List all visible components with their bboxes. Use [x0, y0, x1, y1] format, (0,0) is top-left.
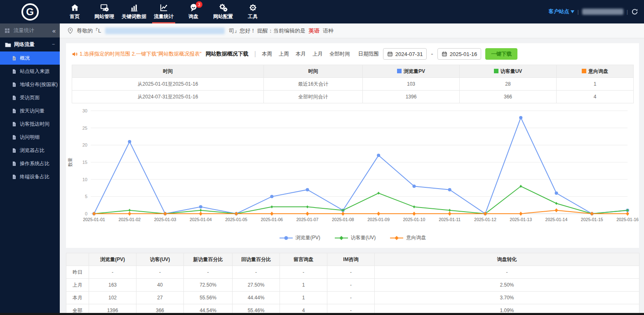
sidebar-item-终端设备占比[interactable]: 终端设备占比: [0, 170, 60, 183]
nav-item-label: 询盘: [188, 13, 198, 20]
collapse-sidebar-icon[interactable]: «: [52, 27, 56, 34]
data-point[interactable]: [377, 154, 380, 157]
x-tick-label: 2025-01-01: [83, 217, 105, 222]
data-point[interactable]: [163, 212, 167, 216]
data-point[interactable]: [519, 212, 522, 216]
data-point[interactable]: [519, 116, 522, 119]
data-point[interactable]: [413, 205, 415, 208]
detail-col-header: 浏览量(PV): [89, 253, 136, 266]
date-from-input[interactable]: 2024-07-31: [383, 48, 427, 60]
data-point[interactable]: [200, 209, 202, 212]
data-point[interactable]: [306, 205, 309, 208]
nav-item-工具[interactable]: 工具: [238, 0, 268, 23]
inquiry-badge: 3: [196, 1, 202, 8]
quick-link-全部时间[interactable]: 全部时间: [329, 51, 350, 58]
data-point[interactable]: [412, 212, 416, 216]
separator: |: [578, 9, 579, 15]
data-point[interactable]: [626, 212, 629, 216]
data-point[interactable]: [484, 212, 487, 216]
data-point[interactable]: [555, 191, 558, 195]
legend-item-访客量(UV)[interactable]: 访客量(UV): [334, 234, 376, 241]
date-from-value: 2024-07-31: [395, 51, 423, 57]
current-language: 英语: [309, 27, 320, 35]
nav-item-流量统计[interactable]: 流量统计: [149, 0, 179, 23]
data-point[interactable]: [128, 212, 131, 216]
nav-item-label: 网站管理: [94, 13, 114, 20]
sidebar-item-label: 访问明细: [20, 134, 40, 141]
nav-item-关键词数据[interactable]: 关键词数据: [119, 0, 149, 23]
data-point[interactable]: [92, 212, 96, 216]
quick-link-本月[interactable]: 本月: [296, 51, 306, 58]
sidebar-item-按天访问量[interactable]: 按天访问量: [0, 104, 60, 117]
sidebar-item-访问明细[interactable]: 访问明细: [0, 131, 60, 144]
sidebar-item-label: 终端设备占比: [20, 173, 49, 180]
legend-item-浏览量(PV)[interactable]: 浏览量(PV): [279, 234, 320, 241]
detail-row-header: 上月: [66, 279, 89, 292]
data-point[interactable]: [412, 184, 416, 188]
site-manage-icon: [100, 3, 109, 12]
data-point[interactable]: [199, 212, 202, 216]
data-point[interactable]: [448, 188, 451, 191]
data-point[interactable]: [449, 209, 451, 212]
data-point[interactable]: [377, 191, 380, 194]
sidebar-item-label: 受访页面: [20, 94, 40, 101]
detail-cell: -: [327, 279, 375, 292]
quick-link-上周[interactable]: 上周: [279, 51, 289, 58]
detail-col-header: 新访量百分比: [184, 253, 233, 266]
data-point[interactable]: [555, 202, 558, 205]
data-point[interactable]: [306, 188, 309, 191]
detail-table: 浏览量(PV)访客(UV)新访量百分比回访量百分比留言询盘IM咨询询盘转化昨日-…: [66, 253, 639, 315]
summary-table-row: 从2025-01-01至2025-01-16最近16天合计103281: [72, 78, 634, 91]
nav-item-网站管理[interactable]: 网站管理: [89, 0, 119, 23]
main-menu: 首页网站管理关键词数据流量统计询盘3网站配置工具: [60, 0, 268, 23]
detail-col-header: 留言询盘: [280, 253, 327, 266]
data-point[interactable]: [448, 212, 451, 216]
x-tick-label: 2025-01-03: [154, 217, 176, 222]
data-point[interactable]: [128, 140, 131, 143]
data-point[interactable]: [306, 212, 309, 216]
data-point[interactable]: [128, 209, 131, 212]
refresh-icon[interactable]: [631, 8, 638, 15]
data-point[interactable]: [235, 212, 238, 216]
sidebar-group-network-traffic[interactable]: 网络流量 −: [0, 37, 60, 51]
sidebar-item-受访页面[interactable]: 受访页面: [0, 91, 60, 104]
company-name-redacted: [105, 28, 225, 34]
sidebar-item-访客抵达时间[interactable]: 访客抵达时间: [0, 117, 60, 131]
folder-icon: [5, 42, 11, 47]
data-point[interactable]: [555, 208, 558, 212]
nav-item-首页[interactable]: 首页: [60, 0, 89, 23]
legend-item-意向询盘[interactable]: 意向询盘: [390, 234, 426, 241]
sidebar-item-操作系统占比[interactable]: 操作系统占比: [0, 157, 60, 170]
date-to-input[interactable]: 2025-01-16: [437, 48, 482, 60]
customer-site-dropdown[interactable]: 客户站点: [549, 8, 574, 15]
data-point[interactable]: [270, 195, 273, 198]
one-click-download-button[interactable]: 一键下载: [485, 48, 517, 60]
sidebar-item-label: 操作系统占比: [20, 160, 49, 167]
sidebar-item-地域分布(按国家)[interactable]: 地域分布(按国家): [0, 78, 60, 91]
sidebar-item-浏览器占比[interactable]: 浏览器占比: [0, 144, 60, 157]
data-point[interactable]: [590, 212, 594, 216]
data-point[interactable]: [270, 205, 273, 208]
bottom-edge-bar: [0, 313, 644, 315]
sidebar-item-站点链入来源[interactable]: 站点链入来源: [0, 65, 60, 78]
quick-link-本周[interactable]: 本周: [262, 51, 272, 58]
summary-cell: 103: [363, 78, 460, 91]
data-point[interactable]: [270, 212, 273, 216]
sidebar-item-概况[interactable]: 概况: [0, 51, 60, 65]
account-name-redacted: [582, 9, 623, 15]
app-logo[interactable]: G: [0, 3, 60, 21]
nav-item-询盘[interactable]: 询盘3: [179, 0, 208, 23]
nav-item-label: 工具: [248, 13, 258, 20]
greeting-bar: 尊敬的『L司』您好！ 提醒：当前编辑的是 英语 语种: [60, 23, 644, 38]
legend-label: 浏览量(PV): [296, 234, 320, 241]
data-point[interactable]: [341, 212, 345, 216]
legend-label: 访客量(UV): [351, 234, 376, 241]
detail-col-header: 访客(UV): [136, 253, 184, 266]
data-point[interactable]: [199, 205, 202, 208]
quick-link-上月[interactable]: 上月: [313, 51, 323, 58]
nav-item-网站配置[interactable]: 网站配置: [208, 0, 238, 23]
collapse-group-icon[interactable]: −: [52, 42, 55, 47]
line-chart[interactable]: 051015202530数量2025-01-012025-01-022025-0…: [66, 107, 639, 230]
data-point[interactable]: [377, 212, 380, 216]
y-tick-label: 15: [82, 160, 87, 165]
